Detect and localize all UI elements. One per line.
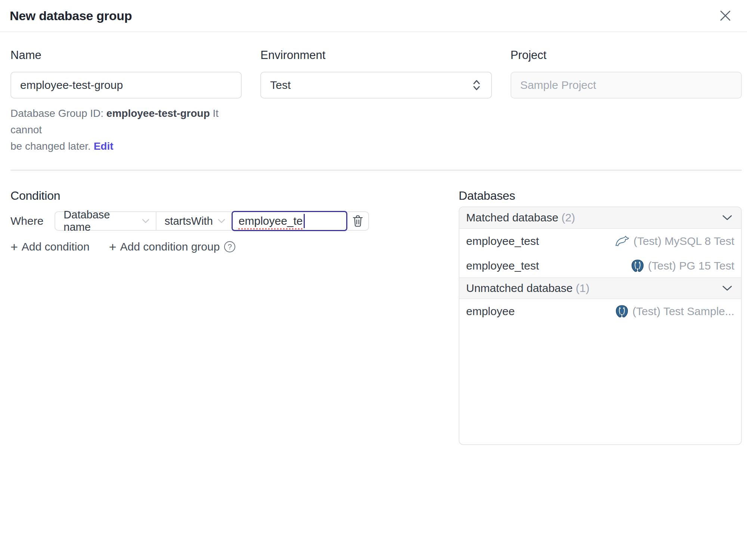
- name-input[interactable]: employee-test-group: [10, 72, 242, 99]
- factor-select-value: Database name: [63, 209, 137, 233]
- close-button[interactable]: [717, 7, 734, 24]
- instance-label: (Test) PG 15 Test: [648, 259, 734, 272]
- matched-database-header[interactable]: Matched database (2): [459, 207, 741, 229]
- database-name: employee_test: [466, 235, 539, 248]
- plus-icon: +: [10, 241, 18, 252]
- name-field-group: Name employee-test-group Database Group …: [10, 49, 242, 155]
- dialog-title: New database group: [10, 9, 132, 23]
- dialog-header: New database group: [0, 0, 747, 32]
- postgresql-icon: [631, 259, 644, 273]
- database-instance: (Test) Test Sample...: [615, 305, 734, 318]
- matched-database-title: Matched database (2): [466, 211, 575, 224]
- where-label: Where: [10, 215, 43, 227]
- group-title-text: Matched database: [466, 211, 558, 224]
- add-condition-group-label: Add condition group: [120, 240, 220, 253]
- databases-panel: Matched database (2) employee_test (Test…: [459, 206, 742, 445]
- group-id-value: employee-test-group: [106, 108, 210, 119]
- condition-row: Where Database name startsWith: [10, 211, 369, 231]
- chevron-down-icon: [142, 218, 150, 224]
- project-label: Project: [511, 49, 742, 62]
- group-count: (2): [561, 211, 575, 224]
- operator-select-value: startsWith: [165, 215, 213, 227]
- group-count: (1): [576, 282, 590, 294]
- unmatched-database-header[interactable]: Unmatched database (1): [459, 277, 741, 299]
- project-input-value: Sample Project: [520, 79, 596, 91]
- project-input: Sample Project: [511, 72, 742, 99]
- databases-section: Databases Matched database (2) employee_…: [459, 171, 742, 445]
- condition-expression-group: Database name startsWith employee_te: [55, 211, 369, 231]
- databases-heading: Databases: [459, 188, 742, 203]
- edit-group-id-link[interactable]: Edit: [94, 140, 114, 152]
- condition-value-text: employee_te: [239, 215, 303, 227]
- postgresql-icon: [615, 305, 629, 318]
- project-field-group: Project Sample Project: [511, 49, 742, 155]
- delete-condition-button[interactable]: [347, 212, 368, 230]
- condition-heading: Condition: [10, 188, 369, 203]
- database-name: employee_test: [466, 259, 539, 272]
- database-row: employee (Test) Test Sample...: [459, 299, 741, 324]
- close-icon: [719, 9, 732, 22]
- chevron-down-icon: [722, 285, 733, 292]
- help-icon[interactable]: ?: [224, 241, 235, 252]
- add-condition-button[interactable]: + Add condition: [10, 240, 90, 253]
- factor-select[interactable]: Database name: [55, 212, 156, 230]
- plus-icon: +: [109, 241, 117, 252]
- group-id-helper-prefix: Database Group ID:: [10, 108, 106, 119]
- environment-label: Environment: [260, 49, 492, 62]
- database-row: employee_test (Test) MySQL 8 Test: [459, 229, 741, 253]
- group-title-text: Unmatched database: [466, 282, 573, 294]
- condition-section: Condition Where Database name startsWith: [10, 171, 369, 253]
- group-id-helper-note2: be changed later.: [10, 140, 94, 152]
- environment-select-value: Test: [270, 79, 291, 91]
- environment-field-group: Environment Test: [260, 49, 492, 155]
- database-row: employee_test (Test) PG 15 Test: [459, 253, 741, 278]
- group-form: Name employee-test-group Database Group …: [10, 49, 742, 155]
- chevron-up-down-icon: [471, 79, 482, 91]
- database-instance: (Test) MySQL 8 Test: [615, 235, 734, 248]
- add-condition-group-button[interactable]: + Add condition group ?: [109, 240, 236, 253]
- environment-select[interactable]: Test: [260, 72, 492, 99]
- group-id-helper: Database Group ID: employee-test-group I…: [10, 105, 242, 155]
- mysql-icon: [615, 235, 630, 247]
- operator-select[interactable]: startsWith: [156, 212, 232, 230]
- name-input-value: employee-test-group: [20, 79, 123, 91]
- unmatched-database-title: Unmatched database (1): [466, 282, 589, 295]
- chevron-down-icon: [722, 214, 733, 221]
- instance-label: (Test) Test Sample...: [632, 305, 734, 318]
- database-name: employee: [466, 305, 515, 318]
- trash-icon: [351, 214, 364, 228]
- database-instance: (Test) PG 15 Test: [631, 259, 734, 273]
- condition-value-input[interactable]: employee_te: [232, 211, 347, 231]
- text-cursor: [304, 214, 305, 228]
- instance-label: (Test) MySQL 8 Test: [633, 235, 734, 248]
- add-condition-label: Add condition: [22, 240, 90, 253]
- chevron-down-icon: [217, 218, 226, 224]
- name-label: Name: [10, 49, 242, 62]
- condition-actions: + Add condition + Add condition group ?: [10, 240, 369, 253]
